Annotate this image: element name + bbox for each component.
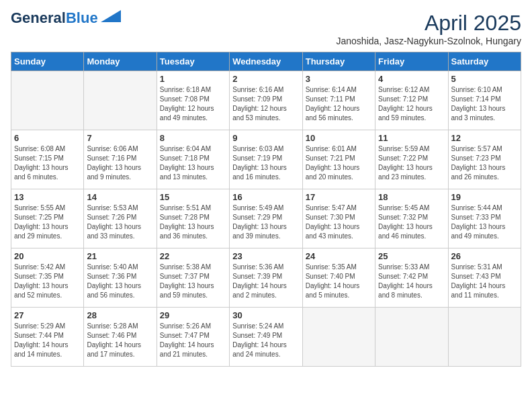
day-info: Sunrise: 5:55 AMSunset: 7:25 PMDaylight:… xyxy=(14,203,81,241)
calendar-body: 1Sunrise: 6:18 AMSunset: 7:08 PMDaylight… xyxy=(11,71,521,367)
calendar-day-cell: 4Sunrise: 6:12 AMSunset: 7:12 PMDaylight… xyxy=(375,71,448,130)
location-subtitle: Janoshida, Jasz-Nagykun-Szolnok, Hungary xyxy=(337,36,521,46)
day-number: 6 xyxy=(14,133,81,143)
day-info: Sunrise: 5:29 AMSunset: 7:44 PMDaylight:… xyxy=(14,322,81,359)
logo-icon xyxy=(101,10,121,22)
calendar-day-cell: 28Sunrise: 5:28 AMSunset: 7:46 PMDayligh… xyxy=(84,308,157,367)
svg-marker-0 xyxy=(101,10,121,22)
calendar: SundayMondayTuesdayWednesdayThursdayFrid… xyxy=(11,52,521,367)
calendar-week-row: 27Sunrise: 5:29 AMSunset: 7:44 PMDayligh… xyxy=(11,308,521,367)
calendar-day-cell: 27Sunrise: 5:29 AMSunset: 7:44 PMDayligh… xyxy=(11,308,84,367)
day-number: 1 xyxy=(160,74,226,84)
calendar-day-cell: 1Sunrise: 6:18 AMSunset: 7:08 PMDaylight… xyxy=(157,71,229,130)
days-of-week-header: SundayMondayTuesdayWednesdayThursdayFrid… xyxy=(11,52,521,71)
day-of-week-header: Sunday xyxy=(11,52,84,71)
day-number: 22 xyxy=(160,251,226,261)
calendar-day-cell: 3Sunrise: 6:14 AMSunset: 7:11 PMDaylight… xyxy=(302,71,375,130)
logo: GeneralBlue xyxy=(11,11,121,26)
day-of-week-header: Tuesday xyxy=(157,52,229,71)
day-number: 5 xyxy=(451,74,518,84)
day-info: Sunrise: 5:40 AMSunset: 7:36 PMDaylight:… xyxy=(87,263,153,300)
day-of-week-header: Monday xyxy=(84,52,157,71)
day-number: 11 xyxy=(378,133,445,143)
day-info: Sunrise: 5:42 AMSunset: 7:35 PMDaylight:… xyxy=(14,263,81,300)
day-number: 18 xyxy=(378,192,445,202)
logo-text: GeneralBlue xyxy=(11,11,98,26)
day-info: Sunrise: 6:14 AMSunset: 7:11 PMDaylight:… xyxy=(306,85,372,123)
day-of-week-header: Saturday xyxy=(448,52,521,71)
day-number: 4 xyxy=(378,74,445,84)
calendar-day-cell: 2Sunrise: 6:16 AMSunset: 7:09 PMDaylight… xyxy=(230,71,302,130)
day-number: 29 xyxy=(160,310,226,320)
day-of-week-header: Friday xyxy=(375,52,448,71)
day-number: 19 xyxy=(451,192,518,202)
day-info: Sunrise: 6:10 AMSunset: 7:14 PMDaylight:… xyxy=(451,85,518,123)
calendar-day-cell xyxy=(84,71,157,130)
day-info: Sunrise: 5:44 AMSunset: 7:33 PMDaylight:… xyxy=(451,203,518,241)
day-info: Sunrise: 5:28 AMSunset: 7:46 PMDaylight:… xyxy=(87,322,153,359)
day-info: Sunrise: 5:53 AMSunset: 7:26 PMDaylight:… xyxy=(87,203,153,241)
day-info: Sunrise: 6:08 AMSunset: 7:15 PMDaylight:… xyxy=(14,144,81,182)
calendar-day-cell: 21Sunrise: 5:40 AMSunset: 7:36 PMDayligh… xyxy=(84,248,157,308)
calendar-day-cell xyxy=(302,308,375,367)
day-number: 24 xyxy=(306,251,372,261)
day-info: Sunrise: 5:51 AMSunset: 7:28 PMDaylight:… xyxy=(160,203,226,241)
day-info: Sunrise: 5:31 AMSunset: 7:43 PMDaylight:… xyxy=(451,263,518,300)
calendar-day-cell: 23Sunrise: 5:36 AMSunset: 7:39 PMDayligh… xyxy=(230,248,302,308)
day-info: Sunrise: 5:26 AMSunset: 7:47 PMDaylight:… xyxy=(160,322,226,359)
day-number: 16 xyxy=(232,192,299,202)
calendar-day-cell: 15Sunrise: 5:51 AMSunset: 7:28 PMDayligh… xyxy=(157,189,229,248)
calendar-day-cell: 14Sunrise: 5:53 AMSunset: 7:26 PMDayligh… xyxy=(84,189,157,248)
calendar-day-cell: 6Sunrise: 6:08 AMSunset: 7:15 PMDaylight… xyxy=(11,130,84,189)
day-info: Sunrise: 5:38 AMSunset: 7:37 PMDaylight:… xyxy=(160,263,226,300)
calendar-day-cell xyxy=(375,308,448,367)
calendar-day-cell: 9Sunrise: 6:03 AMSunset: 7:19 PMDaylight… xyxy=(230,130,302,189)
calendar-day-cell xyxy=(448,308,521,367)
day-info: Sunrise: 6:18 AMSunset: 7:08 PMDaylight:… xyxy=(160,85,226,123)
calendar-day-cell: 10Sunrise: 6:01 AMSunset: 7:21 PMDayligh… xyxy=(302,130,375,189)
calendar-day-cell xyxy=(11,71,84,130)
day-of-week-header: Thursday xyxy=(302,52,375,71)
calendar-day-cell: 8Sunrise: 6:04 AMSunset: 7:18 PMDaylight… xyxy=(157,130,229,189)
day-number: 10 xyxy=(306,133,372,143)
day-number: 27 xyxy=(14,310,81,320)
day-number: 20 xyxy=(14,251,81,261)
day-info: Sunrise: 6:03 AMSunset: 7:19 PMDaylight:… xyxy=(232,144,299,182)
day-number: 9 xyxy=(232,133,299,143)
day-number: 8 xyxy=(160,133,226,143)
day-info: Sunrise: 6:16 AMSunset: 7:09 PMDaylight:… xyxy=(232,85,299,123)
day-number: 14 xyxy=(87,192,153,202)
day-info: Sunrise: 5:49 AMSunset: 7:29 PMDaylight:… xyxy=(232,203,299,241)
calendar-day-cell: 20Sunrise: 5:42 AMSunset: 7:35 PMDayligh… xyxy=(11,248,84,308)
calendar-day-cell: 30Sunrise: 5:24 AMSunset: 7:49 PMDayligh… xyxy=(230,308,302,367)
day-number: 7 xyxy=(87,133,153,143)
calendar-day-cell: 26Sunrise: 5:31 AMSunset: 7:43 PMDayligh… xyxy=(448,248,521,308)
day-number: 25 xyxy=(378,251,445,261)
day-number: 15 xyxy=(160,192,226,202)
month-title: April 2025 xyxy=(337,11,521,36)
day-info: Sunrise: 5:47 AMSunset: 7:30 PMDaylight:… xyxy=(306,203,372,241)
day-number: 30 xyxy=(232,310,299,320)
calendar-day-cell: 24Sunrise: 5:35 AMSunset: 7:40 PMDayligh… xyxy=(302,248,375,308)
calendar-day-cell: 13Sunrise: 5:55 AMSunset: 7:25 PMDayligh… xyxy=(11,189,84,248)
day-info: Sunrise: 5:45 AMSunset: 7:32 PMDaylight:… xyxy=(378,203,445,241)
calendar-week-row: 6Sunrise: 6:08 AMSunset: 7:15 PMDaylight… xyxy=(11,130,521,189)
calendar-day-cell: 19Sunrise: 5:44 AMSunset: 7:33 PMDayligh… xyxy=(448,189,521,248)
day-number: 12 xyxy=(451,133,518,143)
day-info: Sunrise: 5:33 AMSunset: 7:42 PMDaylight:… xyxy=(378,263,445,300)
day-number: 2 xyxy=(232,74,299,84)
calendar-week-row: 1Sunrise: 6:18 AMSunset: 7:08 PMDaylight… xyxy=(11,71,521,130)
day-number: 17 xyxy=(306,192,372,202)
header: GeneralBlue April 2025 Janoshida, Jasz-N… xyxy=(11,11,521,46)
calendar-day-cell: 29Sunrise: 5:26 AMSunset: 7:47 PMDayligh… xyxy=(157,308,229,367)
day-number: 28 xyxy=(87,310,153,320)
day-info: Sunrise: 6:12 AMSunset: 7:12 PMDaylight:… xyxy=(378,85,445,123)
day-number: 23 xyxy=(232,251,299,261)
day-info: Sunrise: 5:24 AMSunset: 7:49 PMDaylight:… xyxy=(232,322,299,359)
title-area: April 2025 Janoshida, Jasz-Nagykun-Szoln… xyxy=(337,11,521,46)
day-info: Sunrise: 5:59 AMSunset: 7:22 PMDaylight:… xyxy=(378,144,445,182)
day-info: Sunrise: 6:01 AMSunset: 7:21 PMDaylight:… xyxy=(306,144,372,182)
calendar-day-cell: 12Sunrise: 5:57 AMSunset: 7:23 PMDayligh… xyxy=(448,130,521,189)
day-number: 3 xyxy=(306,74,372,84)
day-info: Sunrise: 6:04 AMSunset: 7:18 PMDaylight:… xyxy=(160,144,226,182)
